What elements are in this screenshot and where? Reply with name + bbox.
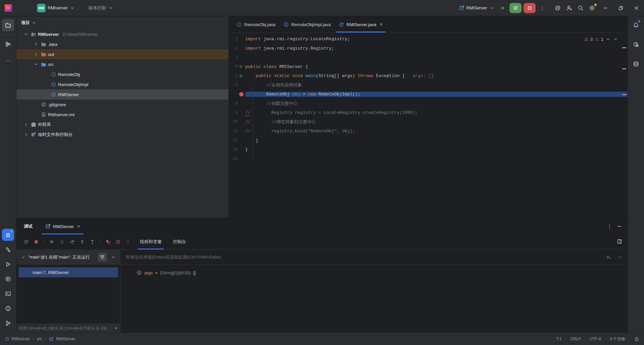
ai-chat-button[interactable] [630,39,642,51]
editor-tab-RemoteObjImpl.java[interactable]: CRemoteObjImpl.java [279,16,335,32]
chevron-down-icon[interactable] [33,62,39,67]
debug-session-tab[interactable]: RMIServer ✕ [42,218,84,234]
thread-selector[interactable]: ✓ "main"@1 在组"main": 正在运行 [16,250,120,265]
tree-item-临时文件和控制台[interactable]: 临时文件和控制台 [16,130,228,140]
watch-expression-input[interactable]: 对表达式求值(Enter)或添加监视(Ctrl+Shift+Enter) [120,250,628,265]
code-line-1[interactable]: 1import java.rmi.registry.LocateRegistry… [229,34,628,44]
tool-services-button[interactable] [2,273,14,285]
breadcrumb-item-src[interactable]: src [37,337,42,341]
hide-debug-panel-button[interactable] [617,224,622,229]
run-config-selector[interactable]: RMIServer [456,3,497,13]
tool-run-button[interactable] [2,258,14,270]
code-line-text[interactable]: import java.rmi.registry.Registry; [245,46,628,51]
code-line-text[interactable]: public class RMIServer { [245,64,628,69]
chevron-right-icon[interactable] [33,52,39,57]
more-run-options-button[interactable]: ⋮ [537,2,548,14]
code-line-text[interactable]: RemoteObj obj = new RemoteObjImpl(); [245,92,628,97]
scrollbar-warning-mark[interactable] [622,68,626,69]
tree-item-RMIServer[interactable]: CRMIServer [16,89,228,99]
code-line-3[interactable]: 3 [229,53,628,62]
tree-item-RemoteObjImpl[interactable]: CRemoteObjImpl [16,79,228,89]
code-line-13[interactable]: 13} [229,145,628,154]
code-line-6[interactable]: 6 //实例化远程对象 [229,81,628,90]
tree-item-RemoteObj[interactable]: IRemoteObj [16,69,228,79]
rerun-debug-button[interactable] [509,3,522,13]
line-number[interactable]: 9 [229,111,238,115]
code-line-14[interactable]: 14 [229,154,628,164]
chevron-right-icon[interactable] [23,122,29,127]
code-line-4[interactable]: 4public class RMIServer { [229,62,628,72]
code-line-text[interactable]: // //绑定对象到注册中心 [245,119,628,125]
tree-item-out[interactable]: out [16,49,228,59]
code-line-text[interactable]: } [245,138,628,143]
line-number[interactable]: 5 [229,74,238,78]
code-line-text[interactable]: //实例化远程对象 [245,82,628,88]
code-line-5[interactable]: 5 public static void main(String[] args)… [229,71,628,81]
more-tools-button[interactable]: … [2,53,14,65]
resume-button[interactable] [47,237,57,247]
run-line-icon[interactable] [238,65,245,69]
resume-program-button[interactable] [497,2,508,14]
tree-item-RMIserver[interactable]: RMIserverD:\idea\RMIserver [16,29,228,39]
debug-more-button[interactable]: ⋮ [607,223,612,229]
step-out-button[interactable] [87,237,97,247]
tool-problems-button[interactable] [2,302,14,315]
line-number[interactable]: 4 [229,64,238,69]
line-number[interactable]: 6 [229,83,238,87]
tree-item-外部库[interactable]: 外部库 [16,120,228,130]
chevron-down-icon[interactable] [618,255,623,260]
minimize-window-button[interactable] [598,0,613,16]
code-line-7[interactable]: ✓ RemoteObj obj = new RemoteObjImpl(); [229,90,628,99]
restore-window-button[interactable] [613,0,629,16]
close-window-button[interactable] [629,0,644,16]
line-number[interactable]: 14 [229,156,238,161]
line-number[interactable]: 13 [229,147,238,152]
tree-item-src[interactable]: src [16,59,228,69]
run-line-icon[interactable] [238,74,245,78]
tool-git-button[interactable] [2,317,14,329]
chevron-down-icon[interactable] [111,255,116,260]
add-watch-icon[interactable] [606,255,611,260]
caret-position[interactable]: 7:1 [556,337,562,341]
code-line-text[interactable]: // registry.bind("RemoteObj", obj); [245,129,628,134]
close-tab-icon[interactable]: ✕ [379,22,383,27]
code-line-text[interactable]: } [245,147,628,152]
tool-terminal-button[interactable] [2,288,14,300]
close-session-icon[interactable]: ✕ [77,224,80,229]
code-line-8[interactable]: 8 //创建注册中心 [229,99,628,109]
code-line-10[interactable]: 10// //绑定对象到注册中心 [229,118,628,127]
project-panel-header[interactable]: 项目 [16,16,228,29]
scrollbar-warning-mark[interactable] [622,47,626,48]
debug-view-tab-控制台[interactable]: 控制台 [168,234,191,250]
notifications-button[interactable] [630,19,642,31]
code-editor[interactable]: 1import java.rmi.registry.LocateRegistry… [229,33,628,218]
view-breakpoints-button[interactable] [103,237,113,247]
breakpoint-dot[interactable]: ✓ [239,92,244,96]
code-line-9[interactable]: 9// Registry registry = LocateRegistry.c… [229,108,628,118]
editor-tab-RemoteObj.java[interactable]: IRemoteObj.java [232,16,279,32]
chevron-right-icon[interactable] [23,132,29,137]
code-line-11[interactable]: 11// registry.bind("RemoteObj", obj); [229,127,628,136]
code-line-text[interactable]: import java.rmi.registry.LocateRegistry; [245,37,628,42]
step-into-button[interactable] [77,237,87,247]
line-number[interactable]: 12 [229,138,238,143]
stack-frame-row[interactable]: main:7, RMIServer [18,267,118,277]
stop-button[interactable] [31,237,41,247]
breadcrumb-item-RMIServer[interactable]: CRMIServer [49,336,75,342]
layout-settings-button[interactable] [617,239,622,244]
search-everywhere-button[interactable] [575,2,586,14]
tree-item-.idea[interactable]: .idea [16,39,228,49]
chevron-down-icon[interactable] [23,31,29,37]
stop-button[interactable] [524,3,536,13]
line-number[interactable]: 10 [229,120,238,124]
tool-debug-button[interactable] [2,229,14,241]
code-line-2[interactable]: 2import java.rmi.registry.Registry; [229,44,628,53]
breadcrumb-item-RMIserver[interactable]: RMIserver [5,337,30,341]
line-number[interactable]: 3 [229,55,238,60]
line-number[interactable]: 1 [229,37,238,42]
debug-toolbar-more-button[interactable]: ⋮ [123,237,133,247]
indent-setting[interactable]: 4 个空格 [610,336,625,342]
ai-assistant-button[interactable]: @ [552,2,564,14]
mute-breakpoints-button[interactable] [113,237,123,247]
scrollbar-breakpoint-mark[interactable] [622,94,626,95]
